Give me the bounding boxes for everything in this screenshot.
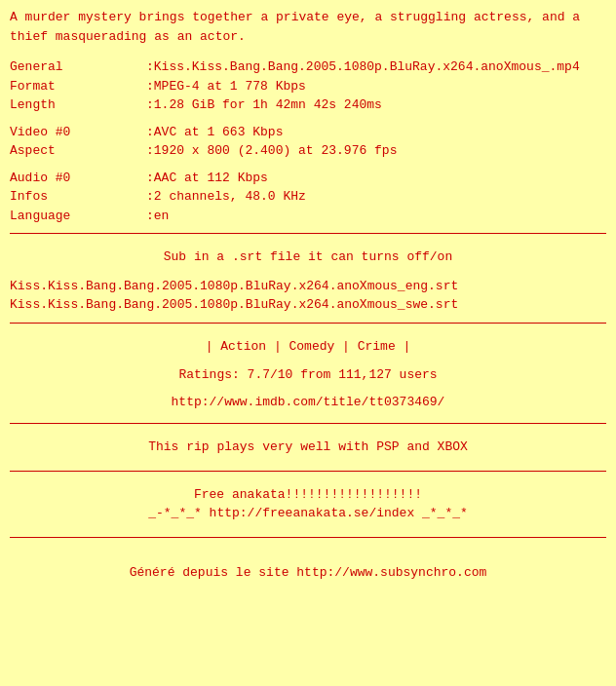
- ratings: Ratings: 7.7/10 from 111,127 users: [178, 367, 437, 382]
- general-colon: :: [146, 57, 154, 77]
- aspect-colon: :: [146, 141, 154, 161]
- anakata-section: Free anakata!!!!!!!!!!!!!!!!!! _-*_*_* h…: [10, 479, 606, 529]
- anakata-notice: Free anakata!!!!!!!!!!!!!!!!!!: [10, 485, 606, 505]
- sub-notice: Sub in a .srt file it can turns off/on: [164, 249, 452, 264]
- infos-label: Infos: [10, 187, 146, 207]
- anakata-url: _-*_*_* http://freeanakata.se/index _*_*…: [10, 504, 606, 523]
- divider-1: [10, 233, 606, 234]
- length-colon: :: [146, 95, 154, 115]
- description: A murder mystery brings together a priva…: [10, 8, 606, 46]
- length-value: 1.28 GiB for 1h 42mn 42s 240ms: [154, 95, 606, 115]
- infos-colon: :: [146, 187, 154, 207]
- format-colon: :: [146, 77, 154, 96]
- genres-section: | Action | Comedy | Crime |: [10, 331, 606, 362]
- general-label: General: [10, 57, 146, 77]
- psp-section: This rip plays very well with PSP and XB…: [10, 432, 606, 463]
- ratings-section: Ratings: 7.7/10 from 111,127 users: [10, 362, 606, 389]
- info-block-video: Video #0 : AVC at 1 663 Kbps Aspect : 19…: [10, 123, 606, 161]
- aspect-value: 1920 x 800 (2.400) at 23.976 fps: [154, 141, 606, 161]
- imdb-url: http://www.imdb.com/title/tt0373469/: [172, 395, 445, 409]
- generated-notice: Généré depuis le site http://www.subsync…: [130, 565, 487, 580]
- video-value: AVC at 1 663 Kbps: [154, 123, 606, 142]
- footer-section: Généré depuis le site http://www.subsync…: [10, 557, 606, 589]
- imdb-section: http://www.imdb.com/title/tt0373469/: [10, 389, 606, 416]
- subtitle-file-2: Kiss.Kiss.Bang.Bang.2005.1080p.BluRay.x2…: [10, 295, 606, 315]
- subtitle-file-1: Kiss.Kiss.Bang.Bang.2005.1080p.BluRay.x2…: [10, 277, 606, 296]
- language-label: Language: [10, 207, 146, 226]
- length-label: Length: [10, 95, 146, 115]
- info-block: General : Kiss.Kiss.Bang.Bang.2005.1080p…: [10, 57, 606, 115]
- infos-value: 2 channels, 48.0 KHz: [154, 187, 606, 207]
- language-colon: :: [146, 207, 154, 226]
- info-block-audio: Audio #0 : AAC at 112 Kbps Infos : 2 cha…: [10, 169, 606, 226]
- video-colon: :: [146, 123, 154, 142]
- divider-5: [10, 537, 606, 538]
- audio-label: Audio #0: [10, 169, 146, 188]
- video-label: Video #0: [10, 123, 146, 142]
- divider-2: [10, 323, 606, 324]
- format-value: MPEG-4 at 1 778 Kbps: [154, 77, 606, 96]
- divider-4: [10, 471, 606, 472]
- general-value: Kiss.Kiss.Bang.Bang.2005.1080p.BluRay.x2…: [154, 57, 606, 77]
- audio-value: AAC at 112 Kbps: [154, 169, 606, 188]
- psp-notice: This rip plays very well with PSP and XB…: [148, 439, 468, 454]
- divider-3: [10, 423, 606, 424]
- aspect-label: Aspect: [10, 141, 146, 161]
- format-label: Format: [10, 77, 146, 96]
- genres: | Action | Comedy | Crime |: [206, 339, 411, 354]
- sub-notice-section: Sub in a .srt file it can turns off/on: [10, 242, 606, 273]
- audio-colon: :: [146, 169, 154, 188]
- language-value: en: [154, 207, 606, 226]
- subtitle-files-section: Kiss.Kiss.Bang.Bang.2005.1080p.BluRay.x2…: [10, 277, 606, 315]
